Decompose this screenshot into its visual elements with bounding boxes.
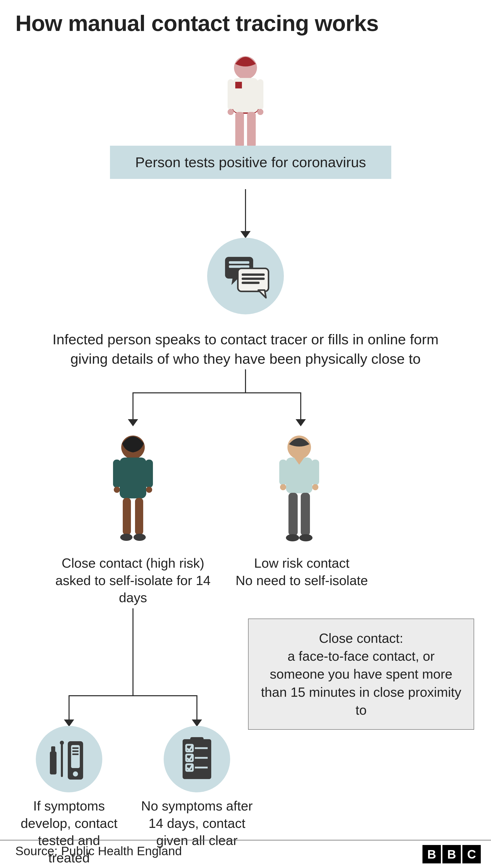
svg-rect-22 <box>242 282 260 284</box>
svg-point-41 <box>312 484 318 490</box>
connector-outcome-left <box>68 695 69 721</box>
svg-rect-43 <box>301 493 310 536</box>
svg-marker-47 <box>192 719 202 727</box>
connector-left-down <box>133 392 134 421</box>
svg-marker-24 <box>296 419 306 426</box>
checklist-icon <box>164 726 230 792</box>
svg-rect-57 <box>73 750 79 752</box>
svg-point-55 <box>73 771 78 776</box>
svg-rect-8 <box>235 112 244 148</box>
page-title: How manual contact tracing works <box>16 10 378 36</box>
svg-rect-3 <box>235 82 242 88</box>
arrowhead-icon <box>192 719 202 727</box>
bbc-logo: B B C <box>423 845 481 863</box>
svg-rect-38 <box>279 460 287 485</box>
svg-rect-31 <box>123 498 131 535</box>
svg-rect-21 <box>242 278 265 280</box>
svg-marker-12 <box>240 231 251 238</box>
svg-rect-20 <box>242 274 265 276</box>
svg-rect-17 <box>229 265 249 268</box>
infected-person-icon <box>194 49 297 153</box>
svg-point-29 <box>114 487 120 493</box>
svg-point-52 <box>60 741 64 745</box>
bbc-letter: B <box>423 845 441 863</box>
svg-point-6 <box>228 109 234 115</box>
svg-rect-32 <box>135 498 143 535</box>
svg-point-30 <box>146 487 152 493</box>
svg-marker-46 <box>64 719 74 727</box>
connector-down <box>245 369 246 392</box>
svg-point-40 <box>280 484 286 490</box>
svg-point-44 <box>286 534 299 541</box>
close-contact-definition: Close contact:a face-to-face contact, or… <box>248 619 474 730</box>
speech-circle-icon <box>207 238 284 314</box>
arrowhead-icon <box>128 419 138 426</box>
svg-rect-58 <box>73 753 79 755</box>
svg-rect-4 <box>228 79 234 110</box>
connector-outcome-right <box>196 695 197 721</box>
svg-rect-39 <box>312 460 319 485</box>
svg-point-45 <box>299 534 313 541</box>
svg-rect-5 <box>257 79 263 110</box>
svg-rect-61 <box>190 737 204 743</box>
low-risk-person-icon <box>258 432 340 545</box>
svg-rect-50 <box>51 746 55 752</box>
svg-rect-27 <box>113 460 121 488</box>
svg-point-34 <box>134 534 146 541</box>
step-positive-box: Person tests positive for coronavirus <box>110 146 391 179</box>
svg-marker-23 <box>128 419 138 426</box>
connector-outcome-split <box>68 695 197 696</box>
step-speak-text: Infected person speaks to contact tracer… <box>41 330 450 368</box>
test-kit-icon <box>36 726 102 792</box>
arrowhead-icon <box>240 231 251 238</box>
svg-rect-26 <box>120 458 146 498</box>
svg-rect-28 <box>145 460 153 488</box>
arrow-step1-to-speak <box>245 189 246 232</box>
source-label: Source: Public Health England <box>16 844 182 858</box>
svg-rect-42 <box>288 493 298 536</box>
svg-point-7 <box>257 109 263 115</box>
connector-right-down <box>300 392 301 421</box>
low-risk-line1: Low risk contact <box>254 556 350 570</box>
high-risk-text: Close contact (high risk) asked to self-… <box>51 555 215 607</box>
close-contact-person-icon <box>92 432 174 545</box>
low-risk-line2: No need to self-isolate <box>235 573 368 588</box>
arrowhead-icon <box>64 719 74 727</box>
footer: Source: Public Health England B B C <box>0 840 491 868</box>
svg-rect-16 <box>229 261 249 264</box>
low-risk-text: Low risk contact No need to self-isolate <box>225 555 378 589</box>
svg-rect-56 <box>73 747 79 749</box>
connector-highrisk-down <box>133 608 134 695</box>
svg-rect-49 <box>50 751 57 774</box>
svg-rect-51 <box>61 744 63 777</box>
svg-point-33 <box>120 534 133 541</box>
svg-rect-9 <box>247 112 256 148</box>
bbc-letter: B <box>442 845 461 863</box>
bbc-letter: C <box>462 845 481 863</box>
infographic: How manual contact tracing works Person … <box>0 0 491 868</box>
arrowhead-icon <box>296 419 306 426</box>
connector-h-split <box>133 392 301 393</box>
